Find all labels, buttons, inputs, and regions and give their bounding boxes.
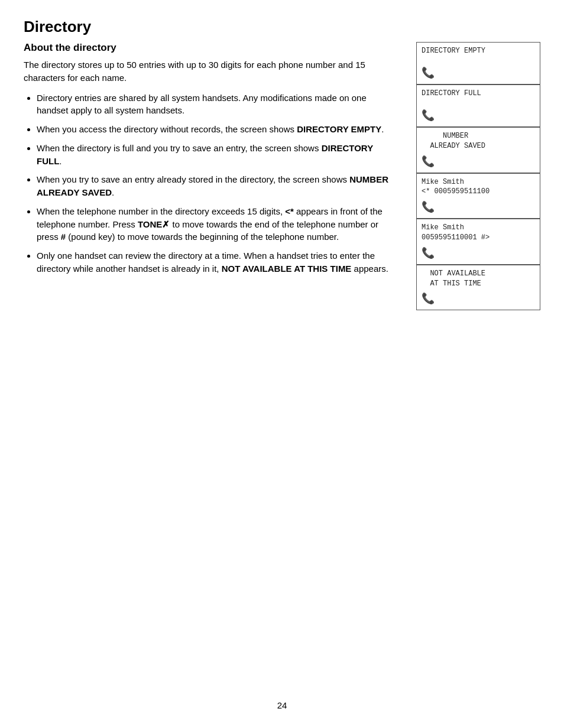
bold-term: TONE✗ [138, 219, 170, 229]
screen-mike-smith-2: Mike Smith 0059595110001 #> 📞 [416, 219, 540, 265]
list-item: When the directory is full and you try t… [37, 142, 398, 168]
screen-directory-empty: DIRECTORY EMPTY 📞 [416, 42, 540, 84]
handset-icon-3: 📞 [422, 155, 535, 168]
section-subtitle: About the directory [24, 42, 398, 54]
bold-term: NUMBER ALREADY SAVED [37, 174, 388, 197]
screen-display-3: NUMBER ALREADY SAVED [422, 131, 535, 151]
bullet-list: Directory entries are shared by all syst… [24, 92, 398, 275]
screen-display-2: DIRECTORY FULL [422, 89, 535, 105]
left-column: About the directory The directory stores… [24, 42, 404, 310]
screen-mike-smith-1: Mike Smith <* 0005959511100 📞 [416, 173, 540, 219]
screen-display-5: Mike Smith 0059595110001 #> [422, 223, 535, 243]
handset-icon-2: 📞 [422, 109, 535, 122]
screen-not-available: NOT AVAILABLE AT THIS TIME 📞 [416, 265, 540, 311]
page-title: Directory [24, 18, 540, 36]
screen-number-already-saved: NUMBER ALREADY SAVED 📞 [416, 127, 540, 173]
screen-display-1: DIRECTORY EMPTY [422, 46, 535, 63]
page-number: 24 [277, 700, 287, 710]
list-item: When you try to save an entry already st… [37, 173, 398, 199]
list-item: When the telephone number in the directo… [37, 205, 398, 243]
list-item: Directory entries are shared by all syst… [37, 92, 398, 118]
screen-display-4: Mike Smith <* 0005959511100 [422, 177, 535, 197]
list-item: When you access the directory without re… [37, 123, 398, 136]
screen-display-6: NOT AVAILABLE AT THIS TIME [422, 269, 535, 289]
bold-term: DIRECTORY FULL [37, 143, 373, 166]
handset-icon-5: 📞 [422, 246, 535, 259]
handset-icon-4: 📞 [422, 200, 535, 213]
handset-icon-1: 📞 [422, 66, 535, 79]
intro-paragraph: The directory stores up to 50 entries wi… [24, 58, 398, 84]
screen-examples: DIRECTORY EMPTY 📞 DIRECTORY FULL 📞 NUMBE… [416, 42, 540, 310]
bold-term: NOT AVAILABLE AT THIS TIME [222, 264, 352, 274]
bold-term: # [61, 232, 66, 242]
list-item: Only one handset can review the director… [37, 249, 398, 275]
bold-term: DIRECTORY EMPTY [297, 124, 381, 134]
handset-icon-6: 📞 [422, 292, 535, 305]
screen-directory-full: DIRECTORY FULL 📞 [416, 84, 540, 127]
bold-term: <* [285, 206, 294, 216]
